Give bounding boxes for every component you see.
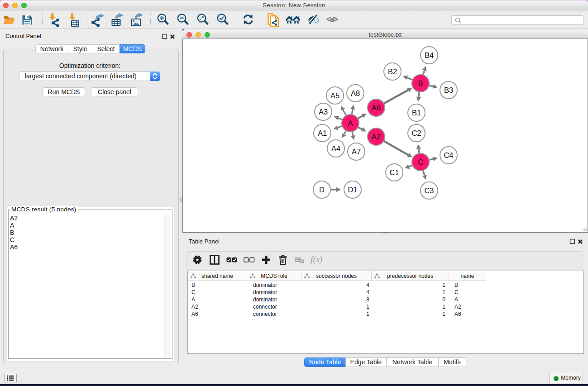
- svg-text:A7: A7: [352, 148, 361, 156]
- svg-text:D1: D1: [348, 186, 357, 194]
- svg-text:C3: C3: [424, 186, 434, 195]
- svg-text:C4: C4: [444, 151, 453, 159]
- svg-text:A5: A5: [330, 91, 339, 100]
- svg-text:A4: A4: [331, 144, 340, 152]
- svg-text:A2: A2: [372, 133, 381, 141]
- svg-text:A1: A1: [318, 129, 327, 137]
- svg-text:A8: A8: [351, 89, 360, 97]
- svg-text:D: D: [319, 186, 325, 194]
- svg-text:A3: A3: [319, 108, 328, 116]
- svg-text:B1: B1: [412, 109, 421, 117]
- svg-text:B: B: [418, 79, 423, 87]
- svg-text:A: A: [348, 119, 353, 127]
- svg-text:C2: C2: [411, 129, 421, 137]
- svg-text:C: C: [418, 158, 423, 166]
- svg-text:C1: C1: [389, 168, 399, 176]
- svg-text:B2: B2: [388, 67, 397, 76]
- svg-text:B4: B4: [425, 51, 434, 59]
- svg-text:B3: B3: [444, 86, 453, 94]
- svg-text:A6: A6: [372, 104, 381, 112]
